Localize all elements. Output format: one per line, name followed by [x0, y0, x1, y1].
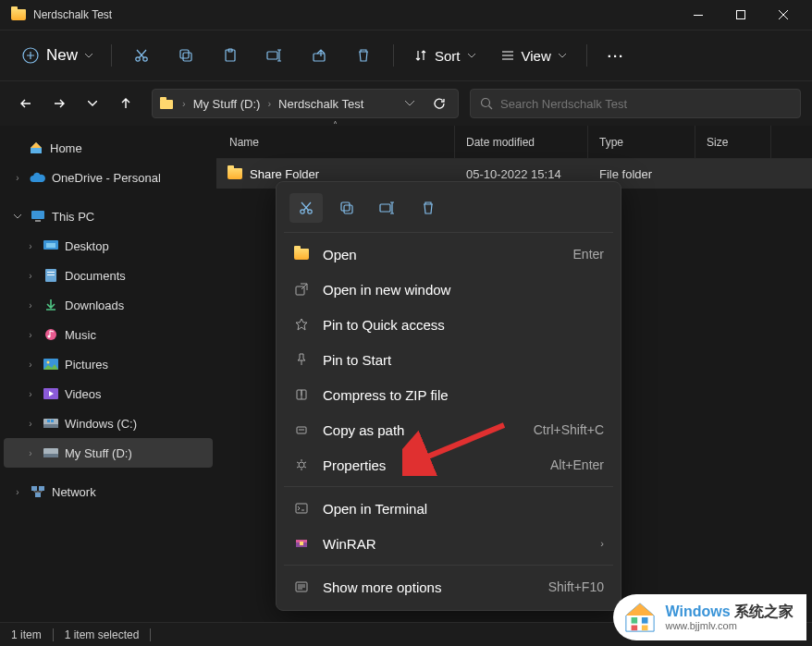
- refresh-button[interactable]: [424, 89, 454, 118]
- expand-icon[interactable]: ›: [24, 269, 37, 282]
- ctx-open-new-window[interactable]: Open in new window: [282, 272, 615, 307]
- copy-button[interactable]: [167, 39, 204, 72]
- sidebar-music[interactable]: › Music: [4, 320, 213, 349]
- ctx-shortcut: Alt+Enter: [550, 457, 604, 472]
- context-menu: Open Enter Open in new window Pin to Qui…: [276, 181, 621, 611]
- close-button[interactable]: [762, 0, 805, 30]
- sidebar-mystuff[interactable]: › My Stuff (D:): [4, 438, 213, 468]
- search-box[interactable]: [470, 89, 801, 118]
- divider: [586, 44, 587, 67]
- paste-button[interactable]: [212, 39, 249, 72]
- ctx-rename-button[interactable]: [371, 193, 404, 223]
- address-dropdown[interactable]: [395, 89, 424, 118]
- sidebar-downloads[interactable]: › Downloads: [4, 290, 213, 320]
- column-date[interactable]: Date modified: [455, 126, 588, 158]
- svg-point-13: [482, 99, 490, 107]
- sidebar-label: Desktop: [65, 239, 109, 253]
- folder-icon: [11, 7, 26, 22]
- arrow-right-icon: [53, 97, 66, 110]
- expand-icon[interactable]: ›: [11, 485, 24, 498]
- divider: [111, 44, 112, 67]
- sidebar-network[interactable]: › Network: [4, 477, 213, 506]
- ctx-delete-button[interactable]: [412, 193, 445, 223]
- expand-icon[interactable]: ›: [24, 387, 37, 400]
- ctx-open[interactable]: Open Enter: [282, 237, 615, 272]
- back-button[interactable]: [11, 89, 41, 118]
- ctx-cut-button[interactable]: [289, 193, 323, 223]
- ctx-label: Copy as path: [323, 422, 521, 438]
- sidebar-desktop[interactable]: › Desktop: [4, 231, 213, 261]
- cut-button[interactable]: [123, 39, 160, 72]
- sort-indicator-icon: ˄: [333, 120, 338, 130]
- file-date: 05-10-2022 15:14: [455, 167, 588, 181]
- ctx-copy-button[interactable]: [330, 193, 363, 223]
- minimize-button[interactable]: [677, 0, 720, 30]
- ctx-copy-path[interactable]: Copy as path Ctrl+Shift+C: [282, 412, 615, 447]
- sidebar-thispc[interactable]: This PC: [4, 201, 213, 231]
- ctx-label: Open in new window: [323, 282, 604, 298]
- address-segment[interactable]: My Stuff (D:): [188, 93, 266, 115]
- expand-icon[interactable]: ›: [11, 171, 24, 184]
- address-bar[interactable]: › My Stuff (D:) › Nerdschalk Test: [152, 89, 459, 118]
- cloud-icon: [30, 169, 46, 186]
- address-segment[interactable]: Nerdschalk Test: [273, 93, 369, 115]
- ctx-show-more[interactable]: Show more options Shift+F10: [282, 569, 615, 604]
- chevron-down-icon: [405, 101, 414, 106]
- copy-icon: [178, 48, 193, 63]
- sort-label: Sort: [435, 48, 461, 64]
- sidebar-home[interactable]: Home: [4, 133, 213, 163]
- file-type: File folder: [588, 167, 695, 181]
- sidebar-onedrive[interactable]: › OneDrive - Personal: [4, 163, 213, 192]
- expand-icon[interactable]: ›: [24, 446, 37, 459]
- sort-button[interactable]: Sort: [405, 43, 485, 69]
- view-button[interactable]: View: [492, 43, 575, 69]
- expand-icon[interactable]: ›: [24, 239, 37, 252]
- ctx-properties[interactable]: Properties Alt+Enter: [282, 447, 615, 482]
- sidebar-videos[interactable]: › Videos: [4, 379, 213, 408]
- search-input[interactable]: [500, 97, 791, 111]
- column-type[interactable]: Type: [588, 126, 695, 158]
- new-button[interactable]: New: [15, 41, 100, 70]
- svg-rect-32: [31, 486, 37, 491]
- divider: [53, 628, 54, 641]
- more-button[interactable]: ···: [598, 43, 634, 69]
- maximize-button[interactable]: [720, 0, 762, 30]
- recent-button[interactable]: [78, 89, 107, 118]
- column-size[interactable]: Size: [695, 126, 771, 158]
- chevron-icon: ›: [265, 98, 273, 109]
- expand-icon[interactable]: ›: [24, 417, 37, 430]
- collapse-icon[interactable]: [11, 210, 24, 223]
- column-name[interactable]: Name: [216, 126, 455, 158]
- svg-rect-1: [737, 11, 745, 19]
- share-button[interactable]: [301, 39, 338, 72]
- view-icon: [501, 49, 514, 62]
- rename-icon: [266, 48, 283, 63]
- column-headers: ˄ Name Date modified Type Size: [216, 126, 812, 159]
- rename-button[interactable]: [256, 39, 293, 72]
- plus-circle-icon: [22, 47, 39, 64]
- sidebar-windowsc[interactable]: › Windows (C:): [4, 408, 213, 438]
- ctx-winrar[interactable]: WinRAR ›: [282, 526, 615, 561]
- forward-button[interactable]: [44, 89, 74, 118]
- expand-icon[interactable]: ›: [24, 299, 37, 311]
- folder-icon: [293, 246, 310, 262]
- expand-icon[interactable]: ›: [24, 358, 37, 371]
- up-button[interactable]: [111, 89, 141, 118]
- expand-icon[interactable]: ›: [24, 328, 37, 341]
- sidebar-documents[interactable]: › Documents: [4, 261, 213, 290]
- desktop-icon: [43, 238, 59, 254]
- drive-icon: [43, 415, 59, 432]
- ctx-compress[interactable]: Compress to ZIP file: [282, 377, 615, 412]
- ctx-pin-quick[interactable]: Pin to Quick access: [282, 307, 615, 342]
- delete-button[interactable]: [345, 39, 382, 72]
- svg-rect-5: [180, 50, 189, 58]
- sidebar-pictures[interactable]: › Pictures: [4, 349, 213, 379]
- chevron-down-icon: [85, 54, 92, 58]
- svg-rect-52: [632, 626, 638, 631]
- ctx-terminal[interactable]: Open in Terminal: [282, 491, 615, 526]
- svg-rect-31: [43, 454, 58, 457]
- ctx-pin-start[interactable]: Pin to Start: [282, 342, 615, 377]
- svg-rect-29: [51, 420, 54, 422]
- svg-rect-6: [183, 53, 191, 61]
- svg-rect-12: [160, 97, 166, 101]
